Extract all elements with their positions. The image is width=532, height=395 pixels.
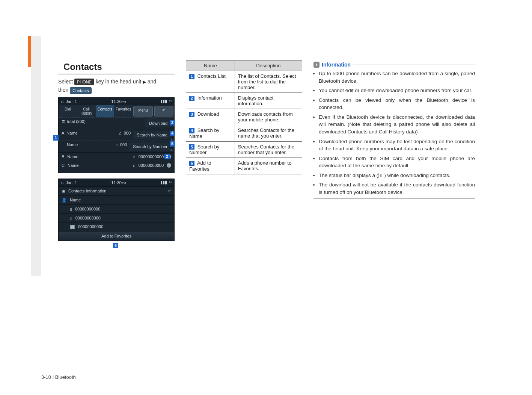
home-icon: ⌂ xyxy=(70,216,72,220)
home-icon: ⌂ xyxy=(61,99,63,104)
add-to-favorites-label: Add to Favorites xyxy=(101,234,131,238)
tab-call-history[interactable]: Call History xyxy=(77,105,95,117)
contacts-softkey: Contacts xyxy=(70,87,91,94)
total-row: ≣ Total (200) Download xyxy=(59,117,174,129)
person-icon: 👤 xyxy=(62,198,67,203)
menu-button[interactable]: Menu xyxy=(133,106,152,117)
list-icon: ≣ xyxy=(62,119,65,124)
letter-b: B xyxy=(62,154,64,159)
home-icon: ⌂ xyxy=(119,131,122,139)
phone-number: 00000000000 xyxy=(75,216,101,220)
contact-name[interactable]: Name xyxy=(67,142,78,151)
marker-5: 5 xyxy=(170,141,175,147)
information-label: Information xyxy=(322,62,351,68)
bt-icon: ᵇᵗ xyxy=(169,181,172,185)
intro-mid: key in the head unit xyxy=(96,79,141,85)
contact-name[interactable]: Name xyxy=(67,154,130,159)
contact-name[interactable]: Name xyxy=(66,131,77,139)
manual-page: Contacts Select PHONE key in the head un… xyxy=(0,0,532,395)
information-list: Up to 5000 phone numbers can be download… xyxy=(313,70,475,198)
intro-text: Select PHONE key in the head unit ▶ and … xyxy=(58,77,175,94)
marker-4: 4 xyxy=(189,128,194,133)
row-name: Download xyxy=(197,111,219,117)
table-row: 4 Search by NameSearches Contacts for th… xyxy=(186,125,302,142)
list-row-a: AName ⌂000 Search by Name xyxy=(59,129,174,141)
home-icon: ⌂ xyxy=(61,180,63,185)
table-row: 2 InformationDisplays contact informatio… xyxy=(186,93,302,109)
home-icon: ⌂ xyxy=(133,163,136,168)
tab-contacts[interactable]: Contacts xyxy=(96,105,114,117)
status-ampm: PM xyxy=(122,182,126,185)
name-row: 👤 Name xyxy=(59,195,174,204)
info-item: The download will not be available if th… xyxy=(319,181,475,196)
status-bar: ⌂ Jan. 1 11:30PM ▮▮▮ᵇᵗ xyxy=(59,98,174,105)
table-row: 5 Search by NumberSearches Contacts for … xyxy=(186,141,302,158)
list-row-c: C Name ⌂ 00000000000 i xyxy=(59,161,174,170)
row-desc: Searches Contacts for the number that yo… xyxy=(235,141,302,158)
section-title: Contacts xyxy=(58,60,175,74)
table-row: 1 Contacts ListThe list of Contacts. Sel… xyxy=(186,71,302,93)
marker-4: 4 xyxy=(170,131,175,136)
contacts-info-header: ▣ Contacts Information ↶ xyxy=(59,186,174,195)
row-desc: Searches Contacts for the name that you … xyxy=(235,125,302,142)
status-bar: ⌂ Jan. 1 11:30PM ▮▮▮ᵇᵗ xyxy=(59,179,174,186)
total-count: Total (200) xyxy=(66,119,86,124)
table-row: 3 DownloadDownloads contacts from your m… xyxy=(186,109,302,125)
info-item-status: The status bar displays a (⥥) while down… xyxy=(319,172,475,179)
card-icon: ▣ xyxy=(62,189,65,194)
status-date: Jan. 1 xyxy=(66,180,77,185)
marker-3: 3 xyxy=(189,112,194,117)
menu-search-name[interactable]: Search by Name xyxy=(133,131,171,139)
back-button[interactable]: ↶ xyxy=(154,106,173,117)
page-footer: 3-10 I Bluetooth xyxy=(41,374,76,380)
page-side-tab xyxy=(31,36,41,276)
signal-icon: ▮▮▮ xyxy=(160,99,167,104)
row-desc: Adds a phone number to Favorites. xyxy=(235,158,302,174)
contact-num: 000 xyxy=(120,142,127,151)
tab-dial[interactable]: Dial xyxy=(59,105,77,117)
row-desc: Downloads contacts from your mobile phon… xyxy=(235,109,302,125)
name-label: Name xyxy=(70,198,81,202)
alpha-hash[interactable]: # xyxy=(170,147,173,153)
information-heading: i Information xyxy=(313,62,475,68)
status-date: Jan. 1 xyxy=(66,99,77,104)
marker-5: 5 xyxy=(189,144,194,150)
list-row-b: B Name ⌂ 00000000000 i xyxy=(59,152,174,161)
info-item: Even if the Bluetooth device is disconne… xyxy=(319,114,475,136)
info-badge-icon: i xyxy=(313,62,320,68)
contact-num: 00000000000 xyxy=(139,154,164,159)
row-desc: Displays contact information. xyxy=(235,93,302,109)
info-item: Up to 5000 phone numbers can be download… xyxy=(319,70,475,85)
screenshot-contacts-list: ⌂ Jan. 1 11:30PM ▮▮▮ᵇᵗ Dial Call History… xyxy=(58,97,175,173)
info-item: Contacts from both the SIM card and your… xyxy=(319,155,475,170)
letter-c: C xyxy=(62,163,65,168)
number-row-work[interactable]: 🏢 00000000000 xyxy=(59,222,174,231)
status-icons: ▮▮▮ᵇᵗ xyxy=(160,180,172,185)
tab-favorites[interactable]: Favorites xyxy=(114,105,133,117)
marker-1: 1 xyxy=(53,135,59,141)
contact-name[interactable]: Name xyxy=(68,163,130,168)
building-icon: 🏢 xyxy=(70,224,75,229)
row-name: Information xyxy=(197,95,222,101)
status-post: ) while downloading contacts. xyxy=(384,173,450,178)
status-pre: The status bar displays a ( xyxy=(319,173,378,178)
status-icons: ▮▮▮ᵇᵗ xyxy=(160,99,172,104)
marker-6: 6 xyxy=(189,161,194,166)
download-status-icon: ⥥ xyxy=(378,173,384,178)
add-to-favorites-button[interactable]: Add to Favorites xyxy=(59,231,174,241)
phone-tabs: Dial Call History Contacts Favorites Men… xyxy=(59,105,174,117)
number-row-mobile[interactable]: ▯ 00000000000 xyxy=(59,204,174,213)
contacts-info-title: Contacts Information xyxy=(68,189,165,193)
status-time: 11:30 xyxy=(111,99,122,104)
marker-2: 2 xyxy=(164,154,170,159)
menu-download[interactable]: Download xyxy=(145,119,171,127)
number-row-home[interactable]: ⌂ 00000000000 xyxy=(59,213,174,222)
info-icon[interactable]: i xyxy=(167,163,171,168)
info-item: You cannot edit or delete downloaded pho… xyxy=(319,87,475,94)
row-desc: The list of Contacts. Select from the li… xyxy=(235,71,302,93)
list-row-a2: Name ⌂000 Search by Number xyxy=(59,141,174,152)
contact-num: 00000000000 xyxy=(139,163,164,168)
back-icon[interactable]: ↶ xyxy=(168,189,171,194)
menu-search-number[interactable]: Search by Number xyxy=(129,142,171,151)
info-item: Contacts can be viewed only when the Blu… xyxy=(319,97,475,111)
